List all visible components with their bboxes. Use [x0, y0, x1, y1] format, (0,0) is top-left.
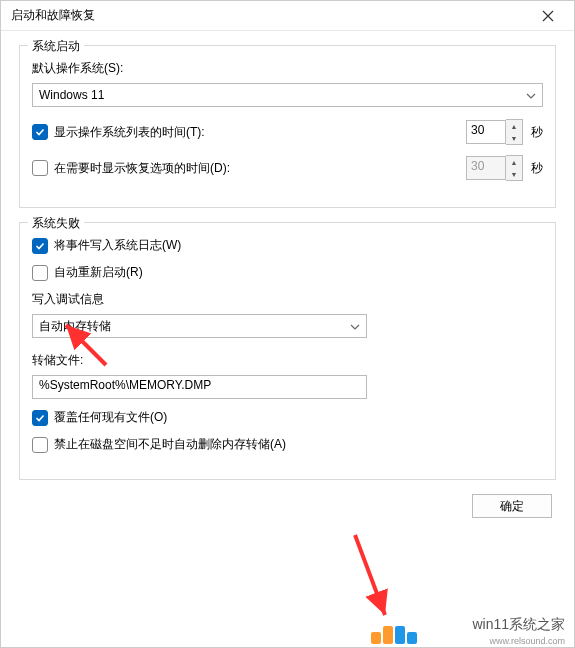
recovery-time-value: 30 [466, 156, 506, 180]
check-icon [35, 127, 45, 137]
check-icon [35, 241, 45, 251]
spinner-buttons: ▲ ▼ [506, 119, 523, 145]
write-log-label: 将事件写入系统日志(W) [54, 237, 181, 254]
ok-button[interactable]: 确定 [472, 494, 552, 518]
no-delete-checkbox[interactable] [32, 437, 48, 453]
failure-group-title: 系统失败 [28, 215, 84, 232]
system-failure-group: 系统失败 将事件写入系统日志(W) 自动重新启动(R) 写入调试信息 自动内存转… [19, 222, 556, 480]
auto-restart-checkbox[interactable] [32, 265, 48, 281]
close-icon [542, 10, 554, 22]
ok-button-label: 确定 [500, 498, 524, 515]
check-icon [35, 413, 45, 423]
recovery-time-spinner: 30 ▲ ▼ [466, 155, 523, 181]
show-os-list-checkbox[interactable] [32, 124, 48, 140]
write-log-checkbox[interactable] [32, 238, 48, 254]
write-log-row: 将事件写入系统日志(W) [32, 237, 543, 254]
debug-type-value: 自动内存转储 [39, 318, 111, 335]
default-os-select[interactable]: Windows 11 [32, 83, 543, 107]
startup-recovery-dialog: 启动和故障恢复 系统启动 默认操作系统(S): Windows 11 显示操作系… [0, 0, 575, 648]
titlebar: 启动和故障恢复 [1, 1, 574, 31]
auto-restart-row: 自动重新启动(R) [32, 264, 543, 281]
spinner-up-icon[interactable]: ▲ [506, 120, 522, 132]
no-delete-label: 禁止在磁盘空间不足时自动删除内存转储(A) [54, 436, 286, 453]
show-recovery-label: 在需要时显示恢复选项的时间(D): [54, 160, 230, 177]
watermark-url: www.relsound.com [489, 636, 565, 646]
watermark-text: win11系统之家 [472, 616, 565, 634]
overwrite-label: 覆盖任何现有文件(O) [54, 409, 167, 426]
show-recovery-row: 在需要时显示恢复选项的时间(D): 30 ▲ ▼ 秒 [32, 155, 543, 181]
button-row: 确定 [19, 494, 556, 518]
startup-group-title: 系统启动 [28, 38, 84, 55]
default-os-value: Windows 11 [39, 88, 104, 102]
show-os-list-label: 显示操作系统列表的时间(T): [54, 124, 205, 141]
debug-type-select[interactable]: 自动内存转储 [32, 314, 367, 338]
os-list-time-value[interactable]: 30 [466, 120, 506, 144]
debug-info-label: 写入调试信息 [32, 291, 543, 308]
show-recovery-checkbox[interactable] [32, 160, 48, 176]
dialog-title: 启动和故障恢复 [11, 7, 95, 24]
dump-file-input[interactable]: %SystemRoot%\MEMORY.DMP [32, 375, 367, 399]
no-delete-row: 禁止在磁盘空间不足时自动删除内存转储(A) [32, 436, 543, 453]
spinner-up-icon: ▲ [506, 156, 522, 168]
overwrite-row: 覆盖任何现有文件(O) [32, 409, 543, 426]
show-os-list-row: 显示操作系统列表的时间(T): 30 ▲ ▼ 秒 [32, 119, 543, 145]
auto-restart-label: 自动重新启动(R) [54, 264, 143, 281]
spinner-down-icon[interactable]: ▼ [506, 132, 522, 144]
seconds-label: 秒 [531, 124, 543, 141]
chevron-down-icon [526, 88, 536, 102]
watermark-logo-icon [371, 626, 417, 644]
os-list-time-spinner[interactable]: 30 ▲ ▼ [466, 119, 523, 145]
overwrite-checkbox[interactable] [32, 410, 48, 426]
dump-file-value: %SystemRoot%\MEMORY.DMP [39, 378, 211, 392]
seconds-label: 秒 [531, 160, 543, 177]
default-os-label: 默认操作系统(S): [32, 60, 543, 77]
spinner-down-icon: ▼ [506, 168, 522, 180]
dump-file-label: 转储文件: [32, 352, 543, 369]
close-button[interactable] [528, 2, 568, 30]
spinner-buttons: ▲ ▼ [506, 155, 523, 181]
content-area: 系统启动 默认操作系统(S): Windows 11 显示操作系统列表的时间(T… [1, 31, 574, 532]
system-startup-group: 系统启动 默认操作系统(S): Windows 11 显示操作系统列表的时间(T… [19, 45, 556, 208]
chevron-down-icon [350, 319, 360, 333]
